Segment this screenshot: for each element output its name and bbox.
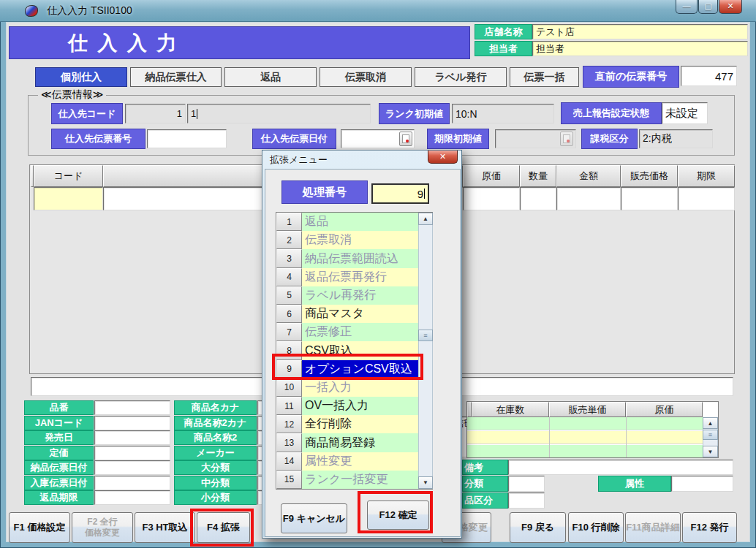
minimize-button[interactable]: — bbox=[676, 0, 698, 14]
menu-item-12[interactable]: 12全行削除 bbox=[276, 415, 432, 433]
tab-slip-batch[interactable]: 伝票一括 bbox=[510, 67, 579, 87]
dialog-f9-cancel-button[interactable]: F9 キャンセル bbox=[281, 503, 347, 533]
item-class-field[interactable] bbox=[508, 492, 545, 509]
stock-header-qty: 在庫数 bbox=[472, 402, 549, 417]
f12-issue-button[interactable]: F12 発行 bbox=[682, 512, 737, 543]
delivery-slip-date-field[interactable] bbox=[94, 460, 170, 475]
sales-report-status-value: 未設定 bbox=[662, 102, 708, 124]
supplier-slip-no-field[interactable] bbox=[147, 129, 227, 148]
menu-item-label: 属性変更 bbox=[302, 452, 432, 471]
grid-header-code: コード bbox=[34, 165, 103, 187]
release-date-field[interactable] bbox=[94, 430, 170, 445]
stock-header-cost: 原価 bbox=[626, 402, 703, 417]
supplier-slip-date-label: 仕入先伝票日付 bbox=[252, 129, 336, 149]
menu-item-label: 伝票修正 bbox=[302, 323, 432, 341]
menu-item-label: ランク一括変更 bbox=[302, 471, 432, 489]
grid-header-price: 販売価格 bbox=[621, 165, 678, 187]
tab-slip-cancel[interactable]: 伝票取消 bbox=[320, 67, 412, 87]
app-icon bbox=[25, 5, 38, 17]
f1-price-setting-button[interactable]: F1 価格設定 bbox=[9, 512, 70, 543]
menu-item-5[interactable]: 5ラベル再発行 bbox=[276, 286, 432, 305]
grid-cell-qty[interactable] bbox=[520, 187, 556, 210]
process-number-input[interactable]: 9 bbox=[371, 183, 429, 204]
return-deadline-field[interactable] bbox=[94, 490, 170, 505]
memo-field[interactable] bbox=[508, 460, 733, 475]
menu-item-6[interactable]: 6商品マスタ bbox=[276, 305, 432, 323]
menu-item-10[interactable]: 10一括入力 bbox=[276, 378, 432, 397]
f10-delete-row-button[interactable]: F10 行削除 bbox=[568, 512, 624, 543]
item-no-field[interactable] bbox=[94, 400, 170, 415]
maximize-button[interactable]: ▢ bbox=[698, 0, 718, 14]
supplier-name-value: 1 bbox=[191, 108, 196, 119]
item-no-label: 品番 bbox=[24, 400, 94, 415]
major-category-label: 大分類 bbox=[174, 460, 257, 475]
scroll-down-icon[interactable]: ▼ bbox=[703, 446, 718, 457]
menu-item-3[interactable]: 3納品伝票範囲読込 bbox=[276, 249, 432, 267]
product-name2-kana-label: 商品名称2カナ bbox=[174, 416, 257, 430]
menu-item-2[interactable]: 2伝票取消 bbox=[276, 231, 432, 249]
attribute-field[interactable] bbox=[671, 476, 733, 492]
rank-initial-field[interactable]: 10:N bbox=[452, 104, 554, 123]
menu-item-label: OV一括入力 bbox=[302, 397, 432, 415]
menu-item-7[interactable]: 7伝票修正 bbox=[276, 323, 432, 341]
scroll-thumb[interactable]: ≡ bbox=[418, 330, 433, 341]
supplier-name-field[interactable]: 1 bbox=[187, 104, 371, 123]
store-name-field[interactable]: テスト店 bbox=[532, 24, 748, 39]
menu-item-label: 商品簡易登録 bbox=[302, 433, 432, 452]
menu-item-11[interactable]: 11OV一括入力 bbox=[276, 397, 432, 415]
menu-scrollbar[interactable] bbox=[418, 213, 433, 489]
menu-item-label: 商品マスタ bbox=[302, 305, 432, 323]
grid-cell-code-input[interactable] bbox=[34, 187, 103, 210]
tax-class-field: 2:内税 bbox=[639, 129, 713, 148]
menu-item-number: 15 bbox=[276, 471, 302, 489]
stock-row bbox=[467, 417, 703, 430]
tab-delivery-slip-purchase[interactable]: 納品伝票仕入 bbox=[130, 67, 222, 87]
stock-row bbox=[467, 445, 703, 457]
calendar-icon[interactable] bbox=[399, 132, 412, 146]
menu-item-14[interactable]: 14属性変更 bbox=[276, 452, 432, 471]
f3-ht-import-button[interactable]: F3 HT取込 bbox=[135, 512, 195, 543]
dialog-close-icon[interactable]: ✕ bbox=[428, 151, 458, 164]
grid-cell-expiry[interactable] bbox=[678, 187, 735, 210]
minor-category-label: 小分類 bbox=[174, 490, 257, 505]
list-price-field[interactable] bbox=[94, 446, 170, 460]
scroll-down-icon[interactable]: ▼ bbox=[418, 476, 433, 489]
supplier-code-field[interactable]: 1 bbox=[125, 104, 186, 123]
menu-item-number: 3 bbox=[276, 249, 302, 267]
category-field[interactable] bbox=[508, 476, 545, 492]
grid-cell-price[interactable] bbox=[621, 187, 678, 210]
staff-field[interactable]: 担当者 bbox=[532, 41, 748, 56]
f9-back-button[interactable]: F9 戻る bbox=[510, 512, 566, 543]
menu-item-4[interactable]: 4返品伝票再発行 bbox=[276, 268, 432, 286]
f2-label-line2: 価格変更 bbox=[85, 528, 120, 539]
scroll-up-icon[interactable]: ▲ bbox=[418, 213, 433, 225]
release-date-label: 発売日 bbox=[24, 430, 94, 445]
attribute-label: 属性 bbox=[598, 476, 671, 492]
jan-code-field[interactable] bbox=[94, 416, 170, 430]
scroll-up-icon[interactable]: ▲ bbox=[703, 417, 718, 429]
last-slip-number-label: 直前の伝票番号 bbox=[583, 66, 679, 88]
process-number-label: 処理番号 bbox=[281, 180, 368, 204]
grid-cell-amount[interactable] bbox=[556, 187, 621, 210]
menu-item-15[interactable]: 15ランク一括変更 bbox=[276, 471, 432, 489]
menu-item-number: 13 bbox=[276, 433, 302, 452]
grid-header-qty: 数量 bbox=[520, 165, 556, 187]
close-button[interactable]: ✕ bbox=[719, 0, 742, 14]
menu-item-label: 納品伝票範囲読込 bbox=[302, 249, 432, 267]
menu-item-13[interactable]: 13商品簡易登録 bbox=[276, 433, 432, 452]
tab-individual-purchase[interactable]: 個別仕入 bbox=[35, 67, 127, 87]
delivery-slip-date-label: 納品伝票日付 bbox=[24, 460, 94, 475]
tab-returns[interactable]: 返品 bbox=[224, 67, 317, 87]
product-name2-label: 商品名称2 bbox=[174, 430, 257, 445]
annotation-highlight-f4-extension bbox=[190, 509, 254, 547]
extension-menu-dialog: 拡張メニュー ✕ 処理番号 9 1返品 2伝票取消 3納品伝票範囲読込 4返品伝… bbox=[262, 150, 462, 539]
grid-header-amount: 金額 bbox=[556, 165, 621, 187]
receiving-slip-date-field[interactable] bbox=[94, 476, 170, 490]
text-caret bbox=[197, 109, 197, 119]
grid-cell-cost[interactable] bbox=[463, 187, 520, 210]
menu-item-1[interactable]: 1返品 bbox=[276, 213, 432, 231]
menu-item-label: 伝票取消 bbox=[302, 231, 432, 249]
calendar-icon bbox=[560, 132, 573, 146]
scroll-thumb[interactable]: ≡ bbox=[703, 430, 718, 440]
tab-label-issue[interactable]: ラベル発行 bbox=[415, 67, 507, 87]
